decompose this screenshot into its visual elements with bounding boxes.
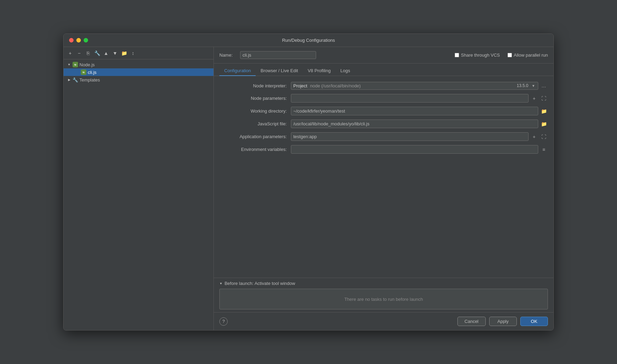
expand-arrow: ▼ xyxy=(66,62,72,67)
before-launch-arrow: ▼ xyxy=(219,282,222,285)
working-directory-input[interactable] xyxy=(291,107,538,115)
ellipsis-icon: … xyxy=(541,83,546,88)
tab-configuration[interactable]: Configuration xyxy=(219,66,256,76)
node-parameters-label: Node parameters: xyxy=(219,96,287,101)
question-icon: ? xyxy=(222,319,225,324)
checkbox-group: Share through VCS Allow parallel run xyxy=(455,52,548,58)
interpreter-settings-btn[interactable]: … xyxy=(540,82,548,90)
tab-browser-live-edit[interactable]: Browser / Live Edit xyxy=(256,66,303,76)
minimize-button[interactable] xyxy=(76,38,81,42)
application-parameters-input[interactable] xyxy=(291,132,529,141)
application-parameters-label: Application parameters: xyxy=(219,134,287,139)
parallel-run-checkbox[interactable] xyxy=(507,53,512,57)
node-parameters-row: Node parameters: + ⛶ xyxy=(219,94,548,103)
close-button[interactable] xyxy=(69,38,74,42)
node-interpreter-label: Node interpreter: xyxy=(219,83,287,88)
share-vcs-checkbox[interactable] xyxy=(455,53,459,57)
environment-variables-row: Environment variables: ≡ xyxy=(219,145,548,154)
share-vcs-label: Share through VCS xyxy=(461,52,500,58)
interpreter-project: Project xyxy=(293,83,307,88)
name-input[interactable] xyxy=(240,51,316,59)
name-row: Name: Share through VCS Allow parallel r… xyxy=(214,47,553,64)
right-panel: Name: Share through VCS Allow parallel r… xyxy=(214,47,553,330)
sort-button[interactable]: ↕ xyxy=(129,49,137,57)
remove-icon: − xyxy=(78,50,80,56)
title-bar: Run/Debug Configurations xyxy=(64,34,553,47)
parallel-run-label: Allow parallel run xyxy=(514,52,548,58)
apply-button[interactable]: Apply xyxy=(489,317,517,326)
env-edit-icon: ≡ xyxy=(542,147,545,152)
copy-icon: ⎘ xyxy=(87,50,89,56)
javascript-file-browse-btn[interactable]: 📁 xyxy=(540,120,548,128)
name-label: Name: xyxy=(219,52,236,58)
copy-config-button[interactable]: ⎘ xyxy=(84,49,92,57)
application-parameters-add-btn[interactable]: + xyxy=(530,133,538,141)
folder-js-icon: 📁 xyxy=(541,121,547,127)
interpreter-version: 13.5.0 xyxy=(517,83,528,88)
templates-arrow: ▶ xyxy=(66,77,72,83)
chevron-down-icon: ▼ xyxy=(113,50,117,56)
remove-config-button[interactable]: − xyxy=(75,49,83,57)
bottom-bar: ? Cancel Apply OK xyxy=(214,312,553,330)
ok-button[interactable]: OK xyxy=(520,317,548,326)
node-parameters-field: + ⛶ xyxy=(291,94,548,103)
cancel-button[interactable]: Cancel xyxy=(457,317,486,326)
main-content: + − ⎘ 🔧 ▲ ▼ 📁 xyxy=(64,47,553,330)
working-directory-browse-btn[interactable]: 📁 xyxy=(540,107,548,115)
sidebar-item-templates[interactable]: ▶ 🔧 Templates xyxy=(64,76,213,84)
tab-logs[interactable]: Logs xyxy=(335,66,355,76)
working-directory-row: Working directory: 📁 xyxy=(219,107,548,115)
javascript-file-row: JavaScript file: 📁 xyxy=(219,119,548,128)
interpreter-path: node (/usr/local/bin/node) xyxy=(310,83,515,88)
settings-icon: 🔧 xyxy=(94,50,100,56)
expand-icon: ⛶ xyxy=(541,96,546,101)
tab-v8-profiling[interactable]: V8 Profiling xyxy=(303,66,335,76)
add-config-button[interactable]: + xyxy=(66,49,74,57)
no-tasks-text: There are no tasks to run before launch xyxy=(344,297,423,302)
environment-variables-input[interactable] xyxy=(291,145,538,154)
maximize-button[interactable] xyxy=(84,38,88,42)
parallel-run-item: Allow parallel run xyxy=(507,52,548,58)
add-icon: + xyxy=(69,50,72,56)
file-spacer xyxy=(75,69,80,75)
application-parameters-expand-btn[interactable]: ⛶ xyxy=(540,133,548,141)
help-button[interactable]: ? xyxy=(219,317,228,326)
sidebar-tree: ▼ N Node.js N cli.js ▶ 🔧 Templates xyxy=(64,59,213,330)
node-parameters-expand-btn[interactable]: ⛶ xyxy=(540,94,548,103)
sidebar-item-clijs[interactable]: N cli.js xyxy=(64,68,213,76)
chevron-up-icon: ▲ xyxy=(104,50,108,56)
config-form: Node interpreter: Project node (/usr/loc… xyxy=(219,82,548,154)
before-launch-header: ▼ Before launch: Activate tool window xyxy=(219,281,548,286)
clijs-icon: N xyxy=(81,69,86,75)
node-interpreter-field: Project node (/usr/local/bin/node) 13.5.… xyxy=(291,82,548,90)
nodejs-label: Node.js xyxy=(79,62,95,67)
node-parameters-input[interactable] xyxy=(291,94,529,103)
before-launch-section: ▼ Before launch: Activate tool window Th… xyxy=(214,278,553,312)
settings-button[interactable]: 🔧 xyxy=(93,49,101,57)
application-parameters-field: + ⛶ xyxy=(291,132,548,141)
working-directory-label: Working directory: xyxy=(219,108,287,114)
environment-variables-field: ≡ xyxy=(291,145,548,154)
wrench-icon: 🔧 xyxy=(73,77,78,83)
javascript-file-input[interactable] xyxy=(291,119,538,128)
move-down-button[interactable]: ▼ xyxy=(111,49,119,57)
config-content: Node interpreter: Project node (/usr/loc… xyxy=(214,76,553,278)
dialog-title: Run/Debug Configurations xyxy=(282,38,335,43)
plus-icon: + xyxy=(533,96,535,101)
move-up-button[interactable]: ▲ xyxy=(102,49,110,57)
folder-icon: 📁 xyxy=(121,50,127,56)
interpreter-dropdown-btn[interactable]: ▼ xyxy=(531,84,536,88)
clijs-label: cli.js xyxy=(88,70,96,75)
environment-variables-edit-btn[interactable]: ≡ xyxy=(540,145,548,154)
environment-variables-label: Environment variables: xyxy=(219,147,287,152)
nodejs-icon: N xyxy=(73,62,78,67)
interpreter-dropdown[interactable]: Project node (/usr/local/bin/node) 13.5.… xyxy=(291,82,538,90)
javascript-file-field: 📁 xyxy=(291,119,548,128)
javascript-file-label: JavaScript file: xyxy=(219,121,287,126)
move-to-folder-button[interactable]: 📁 xyxy=(120,49,128,57)
sidebar-item-nodejs[interactable]: ▼ N Node.js xyxy=(64,61,213,68)
node-parameters-add-btn[interactable]: + xyxy=(530,94,538,103)
app-plus-icon: + xyxy=(533,134,535,140)
sidebar: + − ⎘ 🔧 ▲ ▼ 📁 xyxy=(64,47,214,330)
tabs-bar: Configuration Browser / Live Edit V8 Pro… xyxy=(214,64,553,76)
